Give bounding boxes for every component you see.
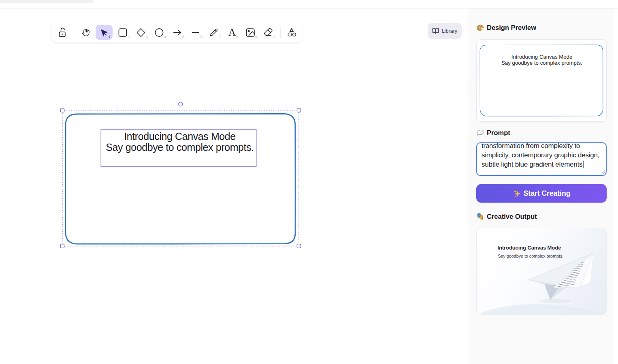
svg-text:2: 2 [128, 35, 130, 39]
svg-text:A: A [228, 27, 236, 38]
svg-text:5: 5 [182, 35, 184, 39]
svg-text:3: 3 [146, 35, 148, 39]
svg-text:1: 1 [109, 35, 111, 39]
svg-text:7: 7 [219, 35, 221, 39]
svg-text:0: 0 [273, 35, 275, 39]
svg-text:9: 9 [255, 35, 257, 39]
svg-text:6: 6 [200, 35, 202, 39]
svg-text:4: 4 [164, 35, 166, 39]
svg-text:8: 8 [236, 35, 238, 39]
